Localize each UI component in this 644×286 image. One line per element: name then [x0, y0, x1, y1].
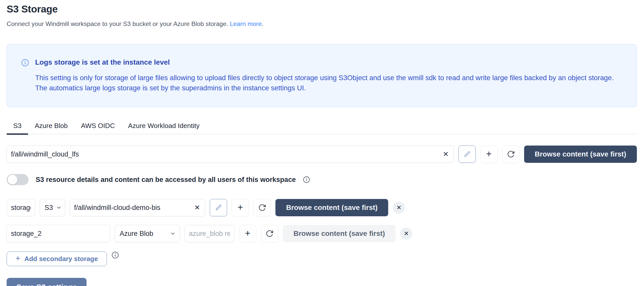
primary-storage-row: ✕ + Browse content (save first)	[7, 146, 637, 163]
secondary-2-create-resource-button[interactable]: +	[239, 225, 256, 242]
secondary-2-browse-content-button: Browse content (save first)	[283, 225, 396, 242]
secondary-1-refresh-button[interactable]	[254, 199, 271, 216]
s3-storage-settings-page: S3 Storage Connect your Windmill workspa…	[0, 0, 644, 286]
chevron-down-icon	[56, 205, 62, 210]
save-s3-settings-button[interactable]: Save S3 settings	[7, 278, 87, 286]
secondary-1-type-value: S3	[45, 204, 53, 212]
secondary-storage-row: S3 ✕ +	[7, 199, 637, 216]
alert-title: Logs storage is set at the instance leve…	[35, 58, 621, 66]
clear-path-icon[interactable]: ✕	[443, 151, 449, 158]
learn-more-link[interactable]: Learn more	[230, 20, 262, 27]
refresh-icon	[507, 150, 515, 158]
add-secondary-row: + Add secondary storage	[7, 251, 637, 266]
tab-s3[interactable]: S3	[7, 120, 28, 134]
secondary-1-path-input[interactable]	[70, 199, 205, 216]
secondary-2-name-input[interactable]	[7, 225, 110, 242]
alert-content: Logs storage is set at the instance leve…	[35, 58, 621, 93]
public-access-toggle[interactable]	[7, 174, 29, 185]
close-icon: ✕	[396, 204, 401, 211]
refresh-resource-button[interactable]	[502, 146, 520, 163]
plus-icon: +	[237, 203, 243, 212]
clear-path-icon[interactable]: ✕	[194, 204, 200, 211]
secondary-2-remove-button[interactable]: ✕	[400, 227, 412, 240]
chevron-down-icon	[170, 231, 176, 236]
subtitle-text: Connect your Windmill workspace to your …	[7, 20, 228, 27]
plus-icon: +	[16, 254, 20, 263]
secondary-1-path-wrap: ✕	[70, 199, 205, 216]
close-icon: ✕	[404, 230, 409, 237]
pencil-icon	[463, 150, 471, 158]
secondary-1-create-resource-button[interactable]: +	[232, 199, 249, 216]
plus-icon: +	[486, 149, 492, 159]
tab-azure-blob[interactable]: Azure Blob	[28, 120, 74, 134]
secondary-1-name-input[interactable]	[7, 199, 35, 216]
alert-body: This setting is only for storage of larg…	[35, 73, 621, 93]
info-icon	[21, 59, 29, 93]
add-secondary-storage-button[interactable]: + Add secondary storage	[7, 251, 107, 266]
secondary-1-edit-resource-button[interactable]	[210, 199, 227, 216]
add-secondary-storage-label: Add secondary storage	[24, 255, 98, 263]
primary-browse-content-button[interactable]: Browse content (save first)	[524, 146, 637, 163]
public-access-toggle-label: S3 resource details and content can be a…	[36, 176, 296, 184]
secondary-1-browse-content-button[interactable]: Browse content (save first)	[275, 199, 388, 216]
secondary-2-path-input[interactable]	[185, 225, 234, 242]
secondary-2-type-select[interactable]: Azure Blob	[115, 225, 180, 242]
secondary-1-type-select[interactable]: S3	[40, 199, 65, 216]
secondary-2-type-value: Azure Blob	[120, 230, 153, 238]
add-secondary-info-icon[interactable]	[111, 251, 119, 259]
page-subtitle: Connect your Windmill workspace to your …	[7, 20, 637, 27]
toggle-knob	[8, 175, 17, 184]
public-access-toggle-row: S3 resource details and content can be a…	[7, 174, 637, 185]
storage-type-tabs: S3 Azure Blob AWS OIDC Azure Workload Id…	[7, 120, 637, 134]
subtitle-suffix: .	[262, 20, 263, 27]
primary-resource-path-wrap: ✕	[7, 146, 454, 163]
refresh-icon	[258, 204, 266, 212]
pencil-icon	[215, 204, 222, 211]
edit-resource-button[interactable]	[458, 146, 476, 163]
save-row: Save S3 settings	[7, 278, 637, 286]
create-resource-button[interactable]: +	[480, 146, 498, 163]
secondary-storage-row: Azure Blob + Browse content (save first)…	[7, 225, 637, 242]
primary-resource-path-input[interactable]	[7, 146, 454, 163]
secondary-2-refresh-button[interactable]	[261, 225, 278, 242]
refresh-icon	[265, 230, 274, 238]
instance-level-logs-alert: Logs storage is set at the instance leve…	[7, 44, 637, 107]
tab-aws-oidc[interactable]: AWS OIDC	[74, 120, 121, 134]
tab-azure-workload-identity[interactable]: Azure Workload Identity	[121, 120, 206, 134]
page-title: S3 Storage	[7, 4, 637, 15]
toggle-info-icon[interactable]	[303, 176, 310, 183]
secondary-1-remove-button[interactable]: ✕	[393, 202, 405, 214]
plus-icon: +	[245, 229, 250, 238]
